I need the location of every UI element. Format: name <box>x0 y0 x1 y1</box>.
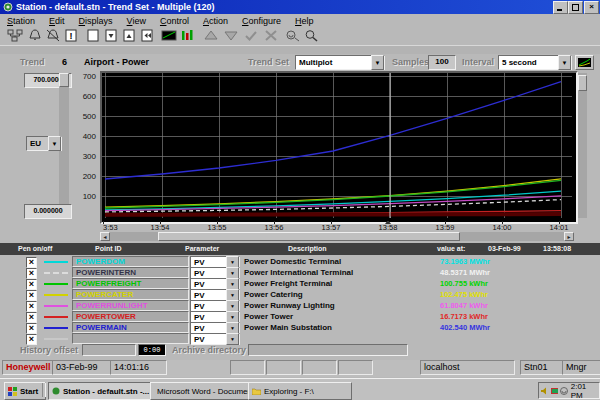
alert-page-icon[interactable]: ! <box>62 28 80 43</box>
zoom-icon[interactable] <box>302 28 320 43</box>
time-scrollbar[interactable]: ◄ ► <box>100 232 574 241</box>
pen-table-row: ×POWERRUNLIGHTPV▼Power Runway Lighting61… <box>0 300 600 311</box>
taskbar-task-word[interactable]: W Microsoft Word - Document5 <box>150 382 252 400</box>
chevron-down-icon[interactable]: ▼ <box>558 55 571 70</box>
maximize-button[interactable] <box>568 1 583 14</box>
pen-table-row: ×POWERINTERNPV▼Power International Termi… <box>0 267 600 278</box>
close-button[interactable]: × <box>584 1 599 14</box>
range-min-field[interactable]: 0.000000 <box>24 204 72 219</box>
x-axis-tick-label: 3:53 <box>103 223 118 232</box>
speaker-icon[interactable] <box>541 387 549 395</box>
ack-stamp-icon[interactable] <box>284 28 302 43</box>
samples-field[interactable]: 100 <box>428 55 456 70</box>
minimize-button[interactable] <box>553 1 568 14</box>
point-id-field[interactable]: POWERDOM <box>72 256 189 267</box>
menu-view[interactable]: View <box>120 16 153 26</box>
plot-right-scrollbar-thumb[interactable] <box>578 75 587 91</box>
cancel-icon[interactable] <box>262 28 280 43</box>
raise-icon[interactable] <box>202 28 220 43</box>
display-down-icon[interactable] <box>102 28 120 43</box>
point-id-field[interactable]: POWERFREIGHT <box>72 278 189 289</box>
col-value-at: value at: <box>437 245 465 252</box>
taskbar-task-explorer[interactable]: Exploring - F:\ <box>248 382 352 400</box>
parameter-value: PV <box>191 302 226 311</box>
menu-configure[interactable]: Configure <box>235 16 288 26</box>
y-axis-tick-label: 500 <box>83 112 96 121</box>
trend-display-icon[interactable] <box>160 28 178 43</box>
status-brand: Honeywell <box>2 360 53 375</box>
cursor-time: 13:58:08 <box>543 245 571 252</box>
chevron-down-icon[interactable]: ▼ <box>371 55 384 70</box>
trend-number: 6 <box>62 57 67 67</box>
display-up-icon[interactable] <box>120 28 138 43</box>
alarm-bell-icon[interactable] <box>26 28 44 43</box>
x-axis-tick-label: 13:54 <box>151 223 170 232</box>
trend-set-button[interactable] <box>575 55 594 70</box>
pen-table-row: ×POWERFREIGHTPV▼Power Freight Terminal10… <box>0 278 600 289</box>
menu-edit[interactable]: Edit <box>42 16 72 26</box>
pen-color-sample <box>44 272 68 274</box>
menu-control[interactable]: Control <box>153 16 196 26</box>
parameter-value: PV <box>191 291 226 300</box>
tray-ack-icon[interactable] <box>560 387 568 395</box>
plot-right-scrollbar[interactable] <box>578 73 587 218</box>
windows-logo-icon <box>8 387 17 396</box>
interval-value: 5 second <box>499 58 558 67</box>
lower-icon[interactable] <box>222 28 240 43</box>
point-id-field[interactable]: POWERRUNLIGHT <box>72 300 189 311</box>
pen-value-at-cursor: 402.540 MWhr <box>440 323 490 332</box>
cursor-position-marker[interactable] <box>385 221 391 224</box>
pen-table-header: Pen on/off Point ID Parameter Descriptio… <box>0 243 600 255</box>
time-scrollbar-thumb[interactable] <box>158 232 460 241</box>
station-app-icon <box>3 2 13 12</box>
vertical-scrollbar-thumb[interactable] <box>59 73 69 87</box>
menu-action[interactable]: Action <box>196 16 235 26</box>
history-offset-label: History offset <box>20 345 78 355</box>
accept-icon[interactable] <box>242 28 260 43</box>
y-axis-tick-label: 600 <box>83 92 96 101</box>
trend-label: Trend <box>20 57 45 67</box>
chevron-down-icon[interactable]: ▼ <box>48 136 61 151</box>
alarm-silence-icon[interactable] <box>44 28 62 43</box>
menu-bar: StationEditDisplaysViewControlActionConf… <box>0 14 600 27</box>
menu-station[interactable]: Station <box>0 16 42 26</box>
parameter-dropdown[interactable]: PV▼ <box>190 333 240 345</box>
taskbar-task-station[interactable]: Station - default.stn -... <box>48 382 154 400</box>
y-axis-tick-label: 700 <box>83 72 96 81</box>
menu-displays[interactable]: Displays <box>72 16 120 26</box>
start-button[interactable]: Start <box>4 382 46 400</box>
title-bar: Station - default.stn - Trend Set - Mult… <box>0 0 600 14</box>
status-station: Stn01 <box>520 360 563 375</box>
menu-help[interactable]: Help <box>288 16 321 26</box>
status-cell-empty <box>266 360 301 375</box>
network-icon[interactable] <box>6 28 24 43</box>
point-id-field[interactable]: POWERCATER <box>72 289 189 300</box>
pen-table-row: ×POWERDOMPV▼Power Domestic Terminal73.19… <box>0 256 600 267</box>
group-display-icon[interactable] <box>178 28 196 43</box>
scrollbar-right-arrow[interactable]: ► <box>564 232 574 241</box>
pen-onoff-checkbox[interactable]: × <box>26 334 37 345</box>
point-id-field[interactable] <box>72 333 189 344</box>
trend-plot[interactable] <box>100 71 578 224</box>
history-offset-input[interactable] <box>82 344 136 356</box>
point-id-field[interactable]: POWERINTERN <box>72 267 189 278</box>
pen-color-sample <box>44 338 68 340</box>
display-page-icon[interactable] <box>84 28 102 43</box>
point-id-field[interactable]: POWERMAIN <box>72 322 189 333</box>
interval-dropdown[interactable]: 5 second ▼ <box>498 55 572 70</box>
interval-label: Interval <box>462 57 494 67</box>
y-axis-labels: 700600500400300200100 <box>70 71 98 221</box>
scrollbar-left-arrow[interactable]: ◄ <box>100 232 110 241</box>
parameter-value: PV <box>191 335 226 344</box>
chevron-down-icon[interactable]: ▼ <box>226 333 239 345</box>
pen-table-row: ×PV▼ <box>0 333 600 344</box>
display-back-icon[interactable] <box>138 28 156 43</box>
point-id-field[interactable]: POWERTOWER <box>72 311 189 322</box>
trend-set-icon <box>578 58 591 67</box>
pen-description: Power Runway Lighting <box>244 301 335 310</box>
eu-dropdown[interactable]: EU ▼ <box>26 136 62 151</box>
tray-station-icon[interactable] <box>551 387 559 395</box>
status-role: Mngr <box>562 360 600 375</box>
archive-directory-input[interactable] <box>248 344 408 356</box>
plot-type-dropdown[interactable]: Multiplot ▼ <box>295 55 385 70</box>
